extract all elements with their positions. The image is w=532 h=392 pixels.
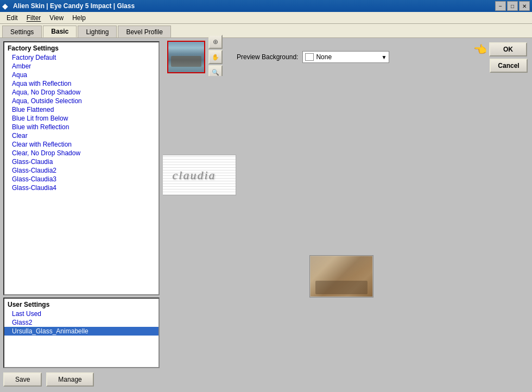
list-item-blue-lit[interactable]: Blue Lit from Below [4,114,159,123]
preview-image-2 [309,255,373,298]
list-item-glass-claudia4[interactable]: Glass-Claudia4 [4,184,159,192]
list-item-blue-reflection[interactable]: Blue with Reflection [4,123,159,131]
preview-bg-dropdown-arrow[interactable]: ▼ [381,54,387,60]
menu-bar: Edit Filter View Help [0,12,532,24]
preview-bg-label: Preview Background: [237,53,298,61]
claudia-text: claudia [173,168,216,182]
preview-area: claudia 👈 [163,76,532,392]
user-settings-section[interactable]: User Settings Last Used Glass2 Ursulla_G… [3,298,160,368]
waterfall-element [315,281,368,294]
ok-button[interactable]: OK [489,42,527,56]
save-button[interactable]: Save [3,372,42,387]
menu-view[interactable]: View [45,13,68,23]
preview-image-2-content [310,256,373,297]
tab-bevel-profile[interactable]: Bevel Profile [118,26,170,37]
main-content: Factory Settings Factory Default Amber A… [0,38,532,392]
menu-help[interactable]: Help [68,13,90,23]
maximize-button[interactable]: □ [507,1,518,11]
list-item-clear[interactable]: Clear [4,131,159,140]
manage-button[interactable]: Manage [46,372,93,387]
menu-edit[interactable]: Edit [2,13,22,23]
list-item-last-used[interactable]: Last Used [4,309,159,318]
window-title: Alien Skin | Eye Candy 5 Impact | Glass [13,2,495,10]
bottom-buttons: Save Manage [3,370,160,389]
zoom-in-icon: ⊕ [213,38,218,46]
list-item-glass-claudia[interactable]: Glass-Claudia [4,157,159,166]
preview-bg-value: None [316,53,381,61]
claudia-preview: claudia [163,155,236,195]
list-item-amber[interactable]: Amber [4,62,159,71]
claudia-striped-bg: claudia [163,155,236,195]
list-item-ursulla[interactable]: Ursulla_Glass_Animabelle [4,327,159,336]
list-item-aqua-reflection[interactable]: Aqua with Reflection [4,79,159,88]
thumbnail-image [168,42,204,72]
app-icon: ◆ [2,2,11,10]
list-item-factory-default[interactable]: Factory Default [4,53,159,62]
cancel-button[interactable]: Cancel [490,59,528,73]
tab-lighting[interactable]: Lighting [78,26,117,37]
list-item-glass-claudia2[interactable]: Glass-Claudia2 [4,166,159,175]
thumbnail-preview [167,41,205,73]
window-controls: − □ ✕ [495,1,530,11]
hand-icon-ok: 👈 [473,43,487,56]
list-item-clear-no-drop[interactable]: Clear, No Drop Shadow [4,149,159,157]
tab-settings[interactable]: Settings [2,26,42,37]
preview-bg-select[interactable]: None ▼ [302,51,389,63]
zoom-in-button[interactable]: ⊕ [208,35,223,49]
list-item-blue-flattened[interactable]: Blue Flattened [4,105,159,114]
list-item-glass-claudia3[interactable]: Glass-Claudia3 [4,175,159,184]
minimize-button[interactable]: − [495,1,506,11]
user-settings-header: User Settings [4,300,159,309]
toolbar-icons: ⊕ ✋ 🔍 [208,35,223,79]
list-item-clear-reflection[interactable]: Clear with Reflection [4,140,159,149]
hand-tool-icon: ✋ [212,54,219,61]
preview-bg-color-swatch [305,53,314,61]
menu-filter[interactable]: Filter [22,13,46,23]
list-item-glass2[interactable]: Glass2 [4,318,159,327]
list-item-aqua-outside[interactable]: Aqua, Outside Selection [4,97,159,105]
tab-basic[interactable]: Basic [43,26,77,37]
title-bar: ◆ Alien Skin | Eye Candy 5 Impact | Glas… [0,0,532,12]
factory-settings-list[interactable]: Factory Settings Factory Default Amber A… [4,42,159,294]
factory-settings-section[interactable]: Factory Settings Factory Default Amber A… [3,41,160,295]
factory-settings-header: Factory Settings [4,43,159,53]
left-panel: Factory Settings Factory Default Amber A… [0,38,163,392]
list-item-aqua[interactable]: Aqua [4,71,159,79]
list-item-aqua-no-drop[interactable]: Aqua, No Drop Shadow [4,88,159,97]
hand-tool-button[interactable]: ✋ [208,50,223,64]
tab-bar: Settings Basic Lighting Bevel Profile [0,24,532,38]
right-panel: 👈 OK Cancel ⊕ ✋ [163,38,532,392]
preview-background-control: Preview Background: None ▼ [237,51,389,63]
close-button[interactable]: ✕ [519,1,530,11]
ok-cancel-area: 👈 OK Cancel [473,42,528,73]
zoom-icon: 🔍 [212,69,219,76]
